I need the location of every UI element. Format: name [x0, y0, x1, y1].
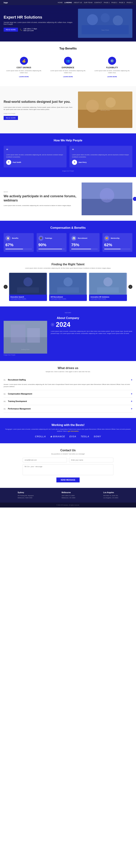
benefit-flexibility-desc: Lorem ipsum dolor sit amet, consectetur …: [94, 70, 131, 74]
flexibility-icon: ⚙️: [108, 57, 116, 65]
hero-buttons: READ MORE 📞 Call 24hrs / 7 days 800-123-…: [4, 28, 75, 32]
experience-icon: 👥: [64, 57, 72, 65]
talent-carousel: ‹ Executive Search Lorem ipsum dolor sit…: [4, 273, 132, 301]
talent-card-innovative-subtitle: Lorem ipsum dolor sit amet...: [90, 298, 126, 300]
benefit-experience-link[interactable]: LEARN MORE: [63, 76, 73, 78]
hero-read-more-button[interactable]: READ MORE: [4, 28, 18, 32]
about-description: Lorem ipsum dolor sit amet, consectetur …: [51, 330, 132, 335]
benefit-cost-savings-desc: Lorem ipsum dolor sit amet, consectetur …: [5, 70, 42, 74]
faq-toggle-2[interactable]: +: [131, 392, 132, 395]
hero-call-label: Call 24hrs / 7 days: [24, 28, 37, 30]
mentorship-comp-label: Mentorship: [111, 237, 120, 239]
faq-item-1: 01. Recruitment Staffing + Answer: Lorem…: [4, 376, 132, 390]
svg-text:Webinar Photo: Webinar Photo: [102, 198, 112, 200]
mentorship-comp-percent: 62%: [104, 243, 131, 247]
nav-home[interactable]: HOME: [58, 2, 63, 3]
location-la-address: 506 Main St, Suite 201, Los Angeles, CA …: [103, 495, 119, 499]
working-bests-highlight: get information: [68, 430, 79, 432]
nav-team[interactable]: OUR TEAM: [84, 2, 92, 3]
talent-card-hr: HR Recruitment Lorem ipsum dolor sit ame…: [49, 273, 87, 301]
svg-point-9: [105, 97, 116, 107]
real-world-read-more-button[interactable]: READ MORE: [4, 116, 18, 120]
how-help-section: How We Help People " Lorem ipsum dolor s…: [0, 133, 136, 177]
svg-point-2: [101, 13, 110, 22]
testimonial-1-avatar: P: [6, 160, 11, 165]
talent-carousel-next[interactable]: ›: [128, 285, 132, 289]
comp-card-benefits: 📋 Benefits 67%: [4, 233, 34, 252]
faq-left-1: 01. Recruitment Staffing: [4, 378, 26, 381]
participate-title: We actively participate in and convene f…: [4, 194, 78, 203]
working-bests-title: Working with the Bests!: [4, 424, 132, 427]
hero-title: Expert HR Solutions: [4, 15, 75, 20]
contact-title: Contact Us: [4, 449, 132, 452]
nav-page4[interactable]: PAGE 4: [127, 2, 132, 3]
faq-answer-1: Answer: Lorem ipsum dolor sit amet, cons…: [4, 383, 132, 390]
talent-card-innovative-image: [89, 273, 127, 294]
testimonial-2: " Lorem ipsum dolor sit amet, consectetu…: [70, 146, 132, 167]
hero-call: 📞 Call 24hrs / 7 days 800-123-1234: [20, 28, 37, 31]
send-message-button[interactable]: SEND MESSAGE: [56, 477, 80, 483]
nav-page3[interactable]: PAGE 3: [119, 2, 125, 3]
talent-card-executive-title: Executive Search: [10, 296, 46, 298]
faq-toggle-4[interactable]: +: [131, 407, 132, 410]
faq-title-1: Recruitment Staffing: [8, 379, 26, 381]
svg-rect-27: [27, 328, 40, 343]
location-la-city: Los Angeles: [103, 492, 119, 494]
real-world-img-placeholder: Meeting Photo: [78, 92, 132, 128]
benefit-cost-savings-link[interactable]: LEARN MORE: [19, 76, 29, 78]
benefit-flexibility: ⚙️ FLEXIBILITY Lorem ipsum dolor sit ame…: [92, 54, 132, 81]
faq-header-1[interactable]: 01. Recruitment Staffing +: [4, 376, 132, 383]
participate-section: NEWS We actively participate in and conv…: [0, 177, 136, 221]
svg-text:Building Photo: Building Photo: [21, 349, 29, 350]
nav-landing[interactable]: LANDING: [64, 2, 72, 3]
talent-card-innovative: Innovative HR Solutions Lorem ipsum dolo…: [89, 273, 127, 301]
participate-desc: Lorem ipsum dolor sit amet, consectetur …: [4, 205, 78, 207]
testimonial-1-author: P Paul Smith: [6, 160, 64, 165]
nav-page1[interactable]: PAGE 1: [104, 2, 110, 3]
faq-toggle-1[interactable]: +: [130, 378, 133, 381]
svg-point-3: [113, 16, 123, 26]
benefit-flexibility-name: FLEXIBILITY: [94, 67, 131, 69]
faq-number-2: 02.: [4, 393, 6, 395]
svg-rect-20: [57, 287, 79, 293]
benefit-experience-name: EXPERIENCE: [49, 67, 86, 69]
compensation-grid: 📋 Benefits 67% 🎓 Trainings 90% 👔 Recruit…: [4, 233, 132, 252]
email-input[interactable]: [23, 458, 67, 462]
faq-header-2[interactable]: 02. Compensation Management +: [4, 390, 132, 397]
real-world-desc: Lorem ipsum dolor sit amet, consectetur …: [4, 106, 74, 111]
testimonial-2-name: Sam Perry: [79, 161, 87, 163]
carousel-next-arrow[interactable]: ›: [133, 197, 136, 201]
real-world-title: Real-world solutions designed just for y…: [4, 100, 74, 104]
benefit-cost-savings: 💰 COST SAVINGS Lorem ipsum dolor sit ame…: [4, 54, 44, 81]
benefits-comp-bar-fill: [5, 249, 23, 249]
testimonial-2-avatar: S: [72, 160, 77, 165]
nav-page2[interactable]: PAGE 2: [111, 2, 117, 3]
what-drives-section: What drives us Sample text. Click to add…: [0, 361, 136, 418]
faq-number-1: 01.: [4, 379, 6, 381]
recruitment-comp-icon: 👔: [71, 236, 76, 241]
cost-savings-icon: 💰: [20, 57, 28, 65]
faq-header-4[interactable]: 04. Performance Management +: [4, 405, 132, 412]
name-input[interactable]: [69, 458, 114, 462]
talent-card-hr-image: [49, 273, 87, 294]
recruitment-comp-label: Recruitment: [78, 237, 87, 239]
about-text: ‹ 2024 Lorem ipsum dolor sit amet, conse…: [51, 321, 132, 335]
message-textarea[interactable]: [23, 464, 114, 475]
about-img-credit: Images from Freepik: [4, 354, 47, 355]
benefit-flexibility-link[interactable]: LEARN MORE: [107, 76, 117, 78]
real-world-image: Meeting Photo: [78, 92, 132, 128]
hero-description: Sample large text. Lorem ipsum dolor sit…: [4, 22, 75, 25]
about-year-prev[interactable]: ‹: [51, 323, 54, 327]
nav-about[interactable]: ABOUT US: [74, 2, 82, 3]
partner-crolla: CROLLA: [35, 435, 46, 438]
hero-call-number: 800-123-1234: [24, 30, 37, 31]
faq-left-4: 04. Performance Management: [4, 407, 31, 410]
talent-card-executive: Executive Search Lorem ipsum dolor sit a…: [9, 273, 47, 301]
talent-carousel-prev[interactable]: ‹: [4, 285, 8, 289]
how-help-title: How We Help People: [4, 139, 132, 142]
faq-header-3[interactable]: 03. Training Development +: [4, 398, 132, 405]
nav-logo: logo: [4, 1, 8, 4]
nav-contact[interactable]: CONTACT: [94, 2, 102, 3]
faq-toggle-3[interactable]: +: [131, 400, 132, 403]
benefit-experience: 👥 EXPERIENCE Lorem ipsum dolor sit amet,…: [48, 54, 88, 81]
